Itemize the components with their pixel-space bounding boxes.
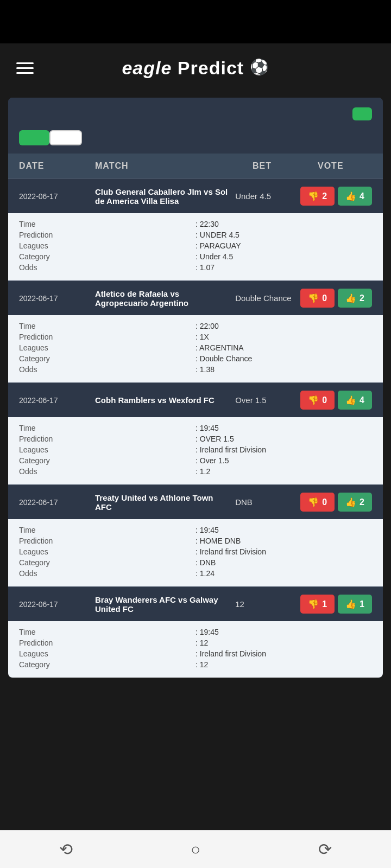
prediction-label: Prediction <box>19 537 195 545</box>
match-bet: Over 1.5 <box>235 395 300 405</box>
category-value: : Under 4.5 <box>195 252 372 261</box>
thumbs-up-icon: 👍 <box>345 293 356 303</box>
vote-down-count: 0 <box>322 395 327 405</box>
time-label: Time <box>19 424 195 432</box>
thumbs-down-icon: 👎 <box>308 497 319 507</box>
time-label: Time <box>19 526 195 534</box>
leagues-label: Leagues <box>19 649 195 658</box>
time-value: : 19:45 <box>195 628 372 636</box>
odds-label: Odds <box>19 365 195 374</box>
match-bet: Under 4.5 <box>235 192 300 201</box>
odds-value: : 1.24 <box>195 569 372 578</box>
table-header: DATE MATCH BET VOTE <box>8 154 383 178</box>
odds-label: Odds <box>19 263 195 272</box>
menu-button[interactable] <box>16 62 34 74</box>
match-detail-row: Time : 19:45 Prediction : 12 Leagues : I… <box>8 621 383 678</box>
time-value: : 19:45 <box>195 526 372 534</box>
vote-buttons: 👎 2 👍 4 <box>300 187 372 206</box>
match-date: 2022-06-17 <box>19 498 95 507</box>
time-label: Time <box>19 220 195 228</box>
odds-value: : 1.2 <box>195 467 372 476</box>
time-value: : 19:45 <box>195 424 372 432</box>
leagues-value: : Ireland first Division <box>195 649 372 658</box>
match-main-row: 2022-06-17 Treaty United vs Athlone Town… <box>8 485 383 519</box>
vote-buttons: 👎 0 👍 4 <box>300 391 372 410</box>
match-section-4: 2022-06-17 Bray Wanderers AFC vs Galway … <box>8 586 383 678</box>
thumbs-down-icon: 👎 <box>308 599 319 609</box>
match-name: Treaty United vs Athlone Town AFC <box>95 493 235 512</box>
vote-down-count: 0 <box>322 293 327 303</box>
col-vote: VOTE <box>318 161 372 171</box>
odds-value: : 1.38 <box>195 365 372 374</box>
match-bet: 12 <box>235 599 300 609</box>
vote-up-button[interactable]: 👍 4 <box>338 187 372 206</box>
prediction-label: Prediction <box>19 639 195 647</box>
odds-label: Odds <box>19 467 195 476</box>
vote-up-button[interactable]: 👍 2 <box>338 493 372 512</box>
match-section-0: 2022-06-17 Club General Caballero JIm vs… <box>8 178 383 280</box>
time-value: : 22:30 <box>195 220 372 228</box>
time-label: Time <box>19 628 195 636</box>
vote-down-button[interactable]: 👎 1 <box>300 595 335 614</box>
col-match: MATCH <box>95 161 253 171</box>
thumbs-up-icon: 👍 <box>345 191 356 201</box>
vote-up-button[interactable]: 👍 1 <box>338 595 372 614</box>
category-label: Category <box>19 354 195 363</box>
top-status-bar <box>0 0 391 43</box>
vote-buttons: 👎 0 👍 2 <box>300 493 372 512</box>
match-main-row: 2022-06-17 Club General Caballero JIm vs… <box>8 179 383 213</box>
vote-down-button[interactable]: 👎 0 <box>300 391 335 410</box>
vote-buttons: 👎 0 👍 2 <box>300 289 372 308</box>
thumbs-up-icon: 👍 <box>345 497 356 507</box>
vote-down-count: 0 <box>322 497 327 507</box>
match-date: 2022-06-17 <box>19 192 95 201</box>
col-bet: BET <box>253 161 318 171</box>
view-more-button[interactable] <box>352 107 372 120</box>
tab-today[interactable] <box>19 130 49 145</box>
match-main-row: 2022-06-17 Cobh Ramblers vs Wexford FC O… <box>8 383 383 417</box>
match-bet: Double Chance <box>235 293 300 303</box>
prediction-value: : OVER 1.5 <box>195 435 372 443</box>
prediction-label: Prediction <box>19 231 195 239</box>
vote-down-count: 1 <box>322 599 327 609</box>
leagues-value: : Ireland first Division <box>195 445 372 454</box>
leagues-value: : ARGENTINA <box>195 343 372 352</box>
match-section-2: 2022-06-17 Cobh Ramblers vs Wexford FC O… <box>8 382 383 484</box>
vote-up-button[interactable]: 👍 2 <box>338 289 372 308</box>
thumbs-down-icon: 👎 <box>308 191 319 201</box>
prediction-value: : 12 <box>195 639 372 647</box>
match-detail-row: Time : 22:00 Prediction : 1X Leagues : A… <box>8 315 383 382</box>
vote-down-count: 2 <box>322 192 327 201</box>
category-value: : 12 <box>195 660 372 669</box>
match-name: Cobh Ramblers vs Wexford FC <box>95 395 235 405</box>
col-date: DATE <box>19 161 95 171</box>
leagues-label: Leagues <box>19 343 195 352</box>
vote-down-button[interactable]: 👎 2 <box>300 187 335 206</box>
vote-down-button[interactable]: 👎 0 <box>300 289 335 308</box>
match-main-row: 2022-06-17 Atletico de Rafaela vs Agrope… <box>8 281 383 315</box>
card-header <box>8 98 383 130</box>
match-main-row: 2022-06-17 Bray Wanderers AFC vs Galway … <box>8 587 383 621</box>
match-date: 2022-06-17 <box>19 396 95 405</box>
prediction-value: : HOME DNB <box>195 537 372 545</box>
match-date: 2022-06-17 <box>19 600 95 609</box>
prediction-label: Prediction <box>19 435 195 443</box>
match-section-1: 2022-06-17 Atletico de Rafaela vs Agrope… <box>8 280 383 382</box>
leagues-label: Leagues <box>19 241 195 250</box>
vote-down-button[interactable]: 👎 0 <box>300 493 335 512</box>
tab-tomorrow[interactable] <box>49 130 82 145</box>
match-name: Atletico de Rafaela vs Agropecuario Arge… <box>95 289 235 308</box>
vote-up-count: 2 <box>360 497 364 507</box>
matches-container: 2022-06-17 Club General Caballero JIm vs… <box>8 178 383 678</box>
category-value: : DNB <box>195 558 372 567</box>
vote-up-button[interactable]: 👍 4 <box>338 391 372 410</box>
leagues-value: : PARAGUAY <box>195 241 372 250</box>
prediction-value: : 1X <box>195 333 372 341</box>
vote-buttons: 👎 1 👍 1 <box>300 595 372 614</box>
leagues-label: Leagues <box>19 445 195 454</box>
leagues-label: Leagues <box>19 547 195 556</box>
prediction-label: Prediction <box>19 333 195 341</box>
app-logo: eagle Predict ⚽ <box>122 58 269 79</box>
vote-up-count: 2 <box>360 293 364 303</box>
time-value: : 22:00 <box>195 322 372 330</box>
